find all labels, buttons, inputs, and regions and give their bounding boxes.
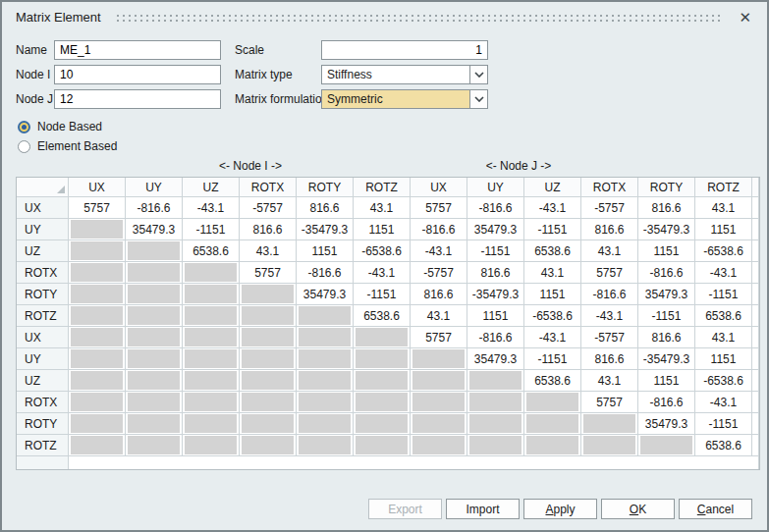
- matrix-cell[interactable]: 35479.3: [638, 413, 695, 435]
- matrix-cell[interactable]: 5757: [69, 197, 126, 219]
- matrix-cell[interactable]: 1151: [297, 240, 354, 262]
- matrix-cell[interactable]: 816.6: [297, 197, 354, 219]
- column-header[interactable]: ROTX: [581, 178, 638, 197]
- column-header[interactable]: ROTY: [638, 178, 695, 197]
- matrix-cell[interactable]: -43.1: [524, 327, 581, 348]
- row-header[interactable]: UZ: [17, 370, 69, 392]
- matrix-cell[interactable]: -43.1: [695, 392, 752, 413]
- matrix-cell[interactable]: 5757: [581, 262, 638, 284]
- node-j-input[interactable]: [54, 89, 221, 109]
- matrix-cell[interactable]: -1151: [467, 240, 524, 262]
- ok-button[interactable]: OK: [601, 499, 675, 519]
- matrix-cell[interactable]: -6538.6: [695, 370, 752, 392]
- row-header[interactable]: UX: [17, 197, 69, 219]
- matrix-cell[interactable]: 43.1: [411, 305, 467, 327]
- node-i-input[interactable]: [54, 65, 221, 84]
- column-header[interactable]: UY: [467, 178, 524, 197]
- matrix-cell[interactable]: -6538.6: [524, 305, 581, 327]
- column-header[interactable]: ROTZ: [695, 178, 752, 197]
- matrix-cell[interactable]: -43.1: [411, 240, 467, 262]
- matrix-cell[interactable]: 816.6: [240, 219, 297, 240]
- matrix-cell[interactable]: 43.1: [354, 197, 411, 219]
- column-header[interactable]: UX: [411, 178, 467, 197]
- column-header[interactable]: UX: [69, 178, 126, 197]
- matrix-cell[interactable]: -1151: [354, 284, 411, 305]
- matrix-cell[interactable]: 816.6: [638, 327, 695, 348]
- matrix-cell[interactable]: -6538.6: [354, 240, 411, 262]
- matrix-cell[interactable]: -35479.3: [467, 284, 524, 305]
- matrix-cell[interactable]: -816.6: [638, 262, 695, 284]
- matrix-cell[interactable]: 5757: [411, 327, 467, 348]
- matrix-cell[interactable]: -1151: [183, 219, 240, 240]
- matrix-cell[interactable]: 816.6: [581, 219, 638, 240]
- column-header[interactable]: ROTY: [297, 178, 354, 197]
- matrix-cell[interactable]: 816.6: [411, 284, 467, 305]
- matrix-type-select[interactable]: Stiffness: [321, 65, 488, 84]
- matrix-cell[interactable]: 1151: [695, 219, 752, 240]
- row-header[interactable]: ROTY: [17, 413, 69, 435]
- column-header[interactable]: UZ: [524, 178, 581, 197]
- matrix-cell[interactable]: 43.1: [695, 197, 752, 219]
- matrix-cell[interactable]: 1151: [695, 348, 752, 370]
- matrix-cell[interactable]: 5757: [240, 262, 297, 284]
- row-header[interactable]: ROTX: [17, 392, 69, 413]
- row-header[interactable]: UZ: [17, 240, 69, 262]
- matrix-cell[interactable]: -35479.3: [297, 219, 354, 240]
- matrix-cell[interactable]: 816.6: [638, 197, 695, 219]
- matrix-cell[interactable]: 6538.6: [524, 240, 581, 262]
- matrix-cell[interactable]: -43.1: [524, 197, 581, 219]
- cancel-button[interactable]: Cancel: [679, 499, 752, 519]
- matrix-cell[interactable]: 6538.6: [524, 370, 581, 392]
- row-header[interactable]: UY: [17, 348, 69, 370]
- matrix-cell[interactable]: -5757: [411, 262, 467, 284]
- matrix-cell[interactable]: 35479.3: [638, 284, 695, 305]
- matrix-cell[interactable]: 35479.3: [297, 284, 354, 305]
- import-button[interactable]: Import: [446, 499, 520, 519]
- row-header[interactable]: UY: [17, 219, 69, 240]
- matrix-cell[interactable]: 35479.3: [467, 348, 524, 370]
- matrix-cell[interactable]: 6538.6: [695, 435, 752, 456]
- matrix-cell[interactable]: 5757: [411, 197, 467, 219]
- matrix-cell[interactable]: -5757: [240, 197, 297, 219]
- matrix-cell[interactable]: -816.6: [411, 219, 467, 240]
- column-header[interactable]: UY: [126, 178, 183, 197]
- matrix-type-dropdown-button[interactable]: [469, 66, 487, 83]
- matrix-cell[interactable]: 35479.3: [467, 219, 524, 240]
- matrix-cell[interactable]: -1151: [638, 305, 695, 327]
- matrix-cell[interactable]: -43.1: [183, 197, 240, 219]
- matrix-cell[interactable]: -35479.3: [638, 348, 695, 370]
- matrix-cell[interactable]: -43.1: [695, 262, 752, 284]
- matrix-cell[interactable]: -816.6: [297, 262, 354, 284]
- matrix-cell[interactable]: -43.1: [581, 305, 638, 327]
- matrix-cell[interactable]: -816.6: [126, 197, 183, 219]
- drag-handle-dots[interactable]: [117, 15, 722, 22]
- matrix-cell[interactable]: -5757: [581, 327, 638, 348]
- row-header[interactable]: ROTZ: [17, 305, 69, 327]
- matrix-cell[interactable]: -35479.3: [638, 219, 695, 240]
- node-based-radio[interactable]: Node Based: [18, 120, 102, 133]
- column-header[interactable]: ROTZ: [354, 178, 411, 197]
- matrix-cell[interactable]: -43.1: [354, 262, 411, 284]
- scale-input[interactable]: [321, 40, 488, 60]
- matrix-cell[interactable]: 816.6: [467, 262, 524, 284]
- matrix-cell[interactable]: -1151: [695, 413, 752, 435]
- matrix-cell[interactable]: 43.1: [581, 370, 638, 392]
- matrix-cell[interactable]: -816.6: [638, 392, 695, 413]
- matrix-cell[interactable]: 6538.6: [695, 305, 752, 327]
- matrix-cell[interactable]: 1151: [354, 219, 411, 240]
- matrix-cell[interactable]: -816.6: [581, 284, 638, 305]
- element-based-radio[interactable]: Element Based: [18, 139, 117, 153]
- matrix-cell[interactable]: -5757: [581, 197, 638, 219]
- matrix-cell[interactable]: -816.6: [467, 197, 524, 219]
- row-header[interactable]: UX: [17, 327, 69, 348]
- column-header[interactable]: ROTX: [240, 178, 297, 197]
- matrix-cell[interactable]: 1151: [524, 284, 581, 305]
- matrix-cell[interactable]: 1151: [638, 370, 695, 392]
- apply-button[interactable]: Apply: [523, 499, 597, 519]
- matrix-cell[interactable]: 816.6: [581, 348, 638, 370]
- name-input[interactable]: [54, 40, 221, 60]
- matrix-cell[interactable]: 35479.3: [126, 219, 183, 240]
- matrix-formulation-dropdown-button[interactable]: [469, 90, 487, 108]
- matrix-cell[interactable]: 1151: [638, 240, 695, 262]
- matrix-formulation-select[interactable]: Symmetric: [321, 89, 488, 109]
